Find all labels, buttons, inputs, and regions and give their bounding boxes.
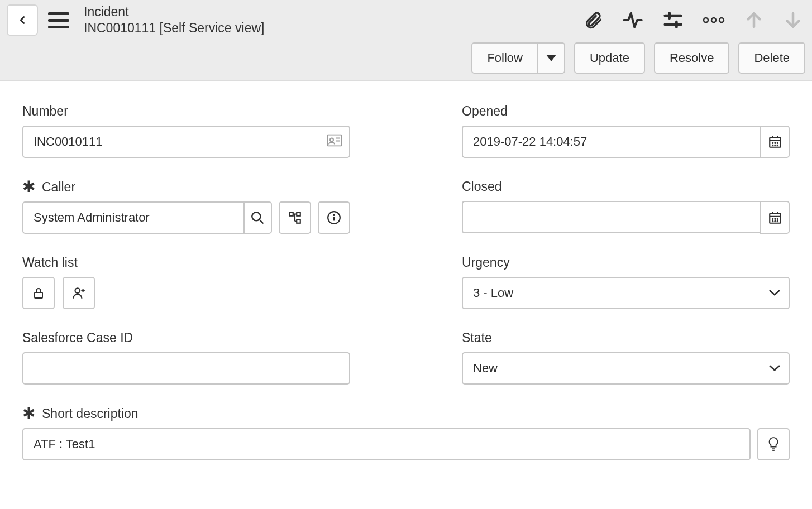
caller-tree-button[interactable] bbox=[279, 201, 311, 234]
label-short-description: Short description bbox=[42, 406, 138, 421]
watch-list-lock-button[interactable] bbox=[22, 277, 55, 309]
follow-button[interactable]: Follow bbox=[471, 42, 538, 74]
svg-point-41 bbox=[777, 218, 777, 219]
resolve-button[interactable]: Resolve bbox=[654, 42, 729, 74]
svg-point-4 bbox=[704, 18, 708, 22]
svg-point-42 bbox=[772, 220, 773, 221]
short-description-input[interactable] bbox=[22, 428, 751, 460]
caller-lookup-button[interactable] bbox=[243, 201, 272, 234]
svg-point-6 bbox=[719, 18, 724, 22]
field-state: State bbox=[462, 330, 790, 385]
sliders-icon bbox=[662, 9, 684, 31]
caret-down-icon bbox=[546, 55, 556, 61]
state-select[interactable] bbox=[462, 352, 790, 385]
label-salesforce: Salesforce Case ID bbox=[22, 330, 133, 345]
follow-dropdown-toggle[interactable] bbox=[538, 42, 565, 74]
svg-marker-9 bbox=[546, 55, 556, 61]
field-caller: ✱ Caller bbox=[22, 179, 350, 234]
follow-split-button: Follow bbox=[471, 42, 565, 74]
opened-date-picker-button[interactable] bbox=[760, 126, 790, 158]
field-opened: Opened bbox=[462, 104, 790, 158]
chevron-left-icon bbox=[16, 12, 28, 28]
caller-info-button[interactable] bbox=[318, 201, 350, 234]
label-urgency: Urgency bbox=[462, 255, 510, 270]
label-closed: Closed bbox=[462, 179, 502, 194]
watch-list-add-me-button[interactable] bbox=[63, 277, 95, 309]
svg-point-44 bbox=[777, 220, 777, 221]
svg-rect-27 bbox=[297, 212, 300, 216]
short-description-suggestion-button[interactable] bbox=[757, 428, 790, 460]
field-watch-list: Watch list bbox=[22, 255, 350, 309]
svg-point-43 bbox=[775, 220, 775, 221]
lock-icon bbox=[32, 286, 45, 300]
activity-button[interactable] bbox=[620, 7, 646, 33]
page-header: Incident INC0010111 [Self Service view] bbox=[0, 0, 812, 81]
info-icon bbox=[327, 210, 341, 225]
record-type-title: Incident bbox=[84, 4, 264, 20]
svg-line-25 bbox=[260, 219, 264, 223]
paperclip-icon bbox=[583, 10, 603, 30]
number-input[interactable] bbox=[22, 126, 350, 158]
label-caller: Caller bbox=[42, 180, 75, 195]
svg-rect-28 bbox=[297, 219, 300, 223]
record-subtitle: INC0010111 [Self Service view] bbox=[84, 21, 264, 36]
field-short-description: ✱ Short description bbox=[22, 406, 790, 460]
settings-button[interactable] bbox=[660, 7, 686, 33]
svg-point-20 bbox=[777, 143, 777, 143]
header-top-row: Incident INC0010111 [Self Service view] bbox=[7, 4, 805, 36]
required-icon: ✱ bbox=[22, 406, 35, 421]
back-button[interactable] bbox=[7, 4, 38, 36]
attachments-button[interactable] bbox=[581, 8, 605, 32]
activity-icon bbox=[622, 9, 643, 31]
field-salesforce-case-id: Salesforce Case ID bbox=[22, 330, 350, 385]
field-urgency: Urgency bbox=[462, 255, 790, 309]
svg-point-22 bbox=[775, 145, 775, 146]
svg-point-23 bbox=[777, 145, 777, 146]
label-state: State bbox=[462, 330, 492, 345]
svg-point-34 bbox=[333, 214, 335, 215]
previous-record-button[interactable] bbox=[742, 8, 766, 32]
menu-button[interactable] bbox=[45, 9, 73, 32]
arrow-down-icon bbox=[783, 10, 803, 30]
opened-input[interactable] bbox=[462, 126, 760, 158]
label-opened: Opened bbox=[462, 104, 508, 119]
user-plus-icon bbox=[71, 286, 87, 300]
lightbulb-icon bbox=[767, 436, 780, 452]
calendar-icon bbox=[768, 210, 782, 225]
field-closed: Closed bbox=[462, 179, 790, 234]
action-bar: Follow Update Resolve Delete bbox=[7, 42, 805, 74]
label-watch-list: Watch list bbox=[22, 255, 78, 270]
form-body: Number Opened ✱ Caller bbox=[0, 81, 812, 472]
caller-input[interactable] bbox=[22, 201, 243, 234]
closed-input[interactable] bbox=[462, 201, 760, 233]
required-icon: ✱ bbox=[22, 179, 35, 195]
svg-rect-45 bbox=[35, 292, 42, 298]
title-block: Incident INC0010111 [Self Service view] bbox=[84, 4, 264, 36]
closed-date-picker-button[interactable] bbox=[760, 201, 790, 234]
next-record-button[interactable] bbox=[781, 8, 805, 32]
field-number: Number bbox=[22, 104, 350, 158]
label-number: Number bbox=[22, 104, 68, 119]
svg-point-5 bbox=[711, 18, 716, 22]
more-horizontal-icon bbox=[703, 15, 725, 26]
salesforce-input[interactable] bbox=[22, 352, 350, 385]
calendar-icon bbox=[768, 135, 782, 149]
svg-point-19 bbox=[775, 143, 775, 143]
svg-rect-26 bbox=[289, 212, 293, 216]
svg-point-46 bbox=[75, 288, 80, 293]
svg-point-39 bbox=[772, 218, 773, 219]
svg-point-21 bbox=[772, 145, 773, 146]
svg-point-18 bbox=[772, 143, 773, 143]
delete-button[interactable]: Delete bbox=[738, 42, 805, 74]
more-button[interactable] bbox=[700, 12, 727, 28]
header-icon-bar bbox=[581, 7, 805, 33]
tree-icon bbox=[288, 210, 302, 225]
update-button[interactable]: Update bbox=[574, 42, 645, 74]
svg-point-40 bbox=[775, 218, 775, 219]
arrow-up-icon bbox=[744, 10, 764, 30]
search-icon bbox=[250, 210, 265, 225]
urgency-select[interactable] bbox=[462, 277, 790, 309]
